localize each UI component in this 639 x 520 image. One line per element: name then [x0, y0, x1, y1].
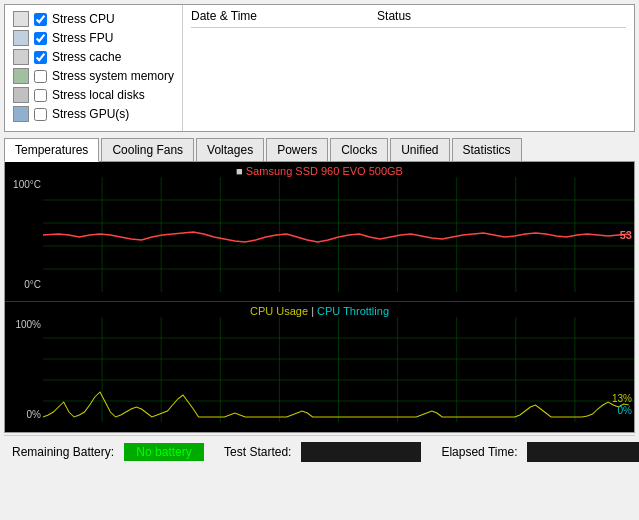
temp-y-axis: 100°C 0°C: [5, 177, 45, 292]
stress-cpu-item: Stress CPU: [13, 11, 174, 27]
cpu-chart-inner: 100% 0%: [5, 317, 634, 422]
date-status-panel: Date & Time Status: [183, 5, 634, 131]
test-started-value: [301, 442, 421, 462]
stress-cache-item: Stress cache: [13, 49, 174, 65]
tab-powers[interactable]: Powers: [266, 138, 328, 161]
cpu-y-top: 100%: [5, 319, 45, 330]
temp-svg: [43, 177, 634, 292]
stress-cpu-checkbox[interactable]: [34, 13, 47, 26]
battery-badge: No battery: [124, 443, 204, 461]
tab-unified[interactable]: Unified: [390, 138, 449, 161]
stress-fpu-label: Stress FPU: [52, 31, 113, 45]
stress-disk-label: Stress local disks: [52, 88, 145, 102]
charts-area: ■ Samsung SSD 960 EVO 500GB 100°C 0°C: [4, 162, 635, 433]
stress-fpu-item: Stress FPU: [13, 30, 174, 46]
cpu-icon: [13, 11, 29, 27]
tab-clocks[interactable]: Clocks: [330, 138, 388, 161]
throttle-value-badge: 0%: [618, 405, 632, 416]
cpu-y-axis: 100% 0%: [5, 317, 45, 422]
cpu-y-bottom: 0%: [5, 409, 45, 420]
stress-disk-checkbox[interactable]: [34, 89, 47, 102]
stress-cpu-label: Stress CPU: [52, 12, 115, 26]
temp-chart-label: ■ Samsung SSD 960 EVO 500GB: [5, 162, 634, 177]
cpu-chart: CPU Usage | CPU Throttling 100% 0%: [5, 302, 634, 432]
cpu-usage-label: CPU Usage: [250, 305, 308, 317]
stress-disk-item: Stress local disks: [13, 87, 174, 103]
tab-cooling-fans[interactable]: Cooling Fans: [101, 138, 194, 161]
cpu-chart-label: CPU Usage | CPU Throttling: [5, 302, 634, 317]
stress-cache-checkbox[interactable]: [34, 51, 47, 64]
elapsed-time-value: [527, 442, 639, 462]
elapsed-time-label: Elapsed Time:: [441, 445, 517, 459]
stress-gpu-checkbox[interactable]: [34, 108, 47, 121]
mem-icon: [13, 68, 29, 84]
cache-icon: [13, 49, 29, 65]
stress-options-panel: Stress CPU Stress FPU Stress cache Stres…: [5, 5, 183, 131]
temp-chart-title: Samsung SSD 960 EVO 500GB: [246, 165, 403, 177]
stress-mem-checkbox[interactable]: [34, 70, 47, 83]
cpu-chart-svg-area: 13% 0%: [43, 317, 634, 422]
temp-value-badge: 53: [620, 229, 632, 241]
stress-gpu-item: Stress GPU(s): [13, 106, 174, 122]
stress-mem-label: Stress system memory: [52, 69, 174, 83]
disk-icon: [13, 87, 29, 103]
cpu-value-badge: 13%: [612, 393, 632, 404]
stress-cache-label: Stress cache: [52, 50, 121, 64]
cpu-throttle-label: CPU Throttling: [317, 305, 389, 317]
stress-gpu-label: Stress GPU(s): [52, 107, 129, 121]
status-header: Status: [377, 9, 411, 23]
remaining-battery-label: Remaining Battery:: [12, 445, 114, 459]
stress-fpu-checkbox[interactable]: [34, 32, 47, 45]
temp-y-bottom: 0°C: [5, 279, 45, 290]
temp-y-top: 100°C: [5, 179, 45, 190]
tabs-bar: Temperatures Cooling Fans Voltages Power…: [4, 136, 635, 162]
stress-mem-item: Stress system memory: [13, 68, 174, 84]
fpu-icon: [13, 30, 29, 46]
tab-voltages[interactable]: Voltages: [196, 138, 264, 161]
tab-temperatures[interactable]: Temperatures: [4, 138, 99, 162]
temp-chart-inner: 100°C 0°C: [5, 177, 634, 292]
tab-statistics[interactable]: Statistics: [452, 138, 522, 161]
temp-chart: ■ Samsung SSD 960 EVO 500GB 100°C 0°C: [5, 162, 634, 302]
test-started-label: Test Started:: [224, 445, 291, 459]
cpu-svg: [43, 317, 634, 422]
temp-chart-svg-area: 53: [43, 177, 634, 292]
gpu-icon: [13, 106, 29, 122]
date-time-header: Date & Time: [191, 9, 257, 23]
bottom-bar: Remaining Battery: No battery Test Start…: [4, 435, 635, 468]
